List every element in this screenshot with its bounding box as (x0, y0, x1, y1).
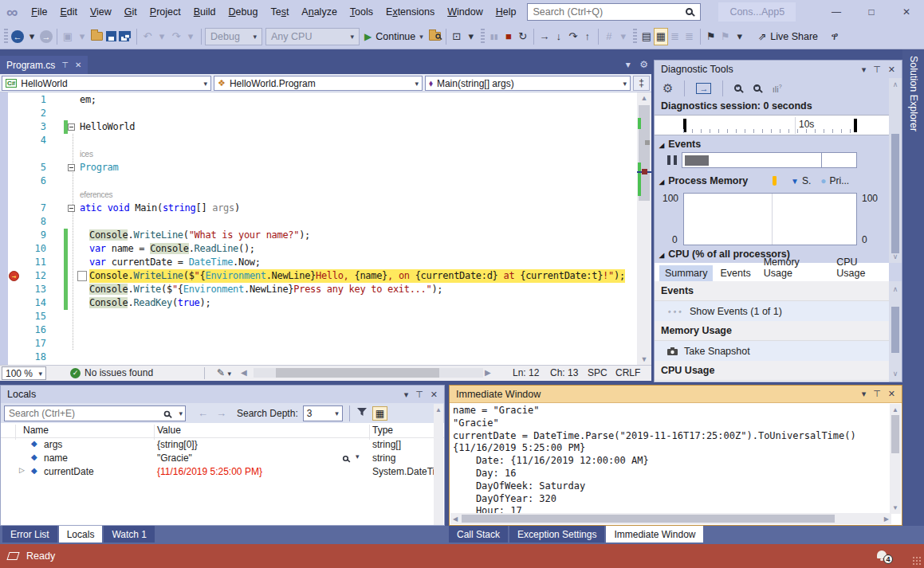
tab-call-stack[interactable]: Call Stack (449, 526, 508, 543)
pin-icon[interactable]: ⊤ (873, 389, 881, 399)
code-editor[interactable]: 1em;23HelloWorld4ices5Program6eferences7… (0, 92, 651, 365)
breakpoints-dropdown[interactable]: ▾ (464, 28, 478, 45)
code-line-5[interactable]: 5Program (0, 161, 637, 174)
tab-program-cs[interactable]: Program.cs ⊤ ✕ (0, 56, 88, 74)
locals-row-currentDate[interactable]: ▷◆currentDate{11/16/2019 5:25:00 PM}Syst… (1, 465, 444, 479)
column-type[interactable]: Type (372, 425, 393, 436)
menu-analyze[interactable]: Analyze (295, 5, 343, 19)
format-values-toggle[interactable]: ▦ (372, 406, 387, 421)
menu-window[interactable]: Window (441, 5, 489, 19)
codelens-label[interactable]: eferences (80, 190, 112, 199)
tab-locals[interactable]: Locals (59, 526, 103, 543)
new-project-dropdown[interactable]: ▾ (75, 28, 89, 45)
line-indicator[interactable]: Ln: 12 (513, 367, 539, 378)
diag-tab-summary[interactable]: Summary (659, 265, 713, 281)
maximize-button[interactable]: □ (854, 1, 889, 23)
code-text[interactable]: em; (80, 93, 96, 107)
code-line-18[interactable]: 18 (0, 351, 637, 364)
live-share-button[interactable]: ⇗Live Share (758, 30, 818, 42)
locals-search-input[interactable] (5, 406, 148, 421)
events-section-header[interactable]: ◢Events (659, 139, 701, 150)
code-line-11[interactable]: 11var currentDate = DateTime.Now; (0, 256, 637, 269)
pause-events-icon[interactable] (667, 155, 677, 165)
code-text[interactable]: Console.WriteLine("What is your name?"); (89, 229, 310, 242)
code-text[interactable]: Console.ReadKey(true); (89, 296, 210, 310)
menu-edit[interactable]: Edit (53, 5, 84, 19)
feedback-button[interactable]: ዋ (828, 28, 842, 45)
tab-exception-settings[interactable]: Exception Settings (509, 526, 604, 543)
code-cleanup-icon[interactable]: ✎ ▾ (217, 367, 231, 378)
zoom-in-icon[interactable]: + (734, 83, 745, 94)
locals-row-args[interactable]: ◆args{string[0]}string[] (1, 438, 444, 452)
scroll-down-icon[interactable]: ▼ (637, 355, 651, 363)
codelens-label[interactable]: ices (80, 150, 93, 159)
code-text[interactable]: Program (80, 161, 118, 174)
diag-tab-events[interactable]: Events (714, 265, 756, 281)
toolbar-grip[interactable] (4, 29, 8, 45)
show-diagnostic-tools-button[interactable]: ▦ (654, 28, 668, 45)
scroll-up-icon[interactable]: ▲ (637, 94, 651, 102)
code-line-7[interactable]: 7atic void Main(string[] args) (0, 202, 637, 215)
events-timeline-track[interactable] (682, 152, 857, 168)
fold-collapse-icon[interactable] (68, 123, 75, 131)
menu-git[interactable]: Git (118, 5, 144, 19)
scroll-up-icon[interactable]: ▲ (434, 404, 443, 413)
timeline-ruler[interactable]: 10s (655, 115, 889, 135)
open-file-button[interactable] (89, 28, 104, 45)
code-text[interactable]: HelloWorld (80, 120, 135, 134)
editor-vertical-scrollbar[interactable]: ▲ ▼ (637, 92, 651, 365)
code-text[interactable]: var currentDate = DateTime.Now; (89, 256, 261, 269)
scrollbar-thumb[interactable] (276, 368, 439, 378)
scrollbar-thumb[interactable] (462, 515, 835, 523)
resize-grip[interactable] (912, 556, 922, 566)
hex-display-button[interactable]: # (602, 28, 616, 45)
code-text[interactable]: Console.WriteLine($"{Environment.NewLine… (89, 269, 625, 283)
show-threads-in-source-button[interactable]: ▤ (639, 28, 654, 45)
navigate-forward-button[interactable]: → (39, 28, 53, 45)
hex-dropdown[interactable]: ▾ (616, 28, 631, 45)
toolbar-grip-2[interactable] (633, 29, 637, 45)
issues-status[interactable]: No issues found (85, 367, 153, 378)
variable-name[interactable]: name (44, 452, 68, 464)
locals-row-name[interactable]: ◆name"Gracie"▾string (1, 452, 444, 465)
variable-value[interactable]: {string[0]} (157, 439, 198, 450)
show-next-statement-button[interactable]: → (537, 28, 552, 45)
process-memory-chart[interactable] (683, 193, 857, 245)
redo-dropdown[interactable]: ▾ (183, 28, 198, 45)
immediate-window-title-bar[interactable]: Immediate Window ▾ ⊤ ✕ (450, 386, 902, 403)
immediate-horizontal-scrollbar[interactable]: ◀ ▶ (450, 513, 891, 524)
toggle-bookmark-button[interactable]: ⚑ (704, 28, 718, 45)
scroll-up-icon[interactable]: ▲ (890, 404, 901, 413)
scroll-right-icon[interactable]: ▶ (884, 515, 889, 523)
solution-platform-combo[interactable]: Any CPU▾ (265, 28, 360, 45)
codelens-row[interactable]: eferences (0, 188, 637, 202)
diagnostic-tools-title-bar[interactable]: Diagnostic Tools ▾ ⊤ ✕ (655, 61, 902, 78)
navigate-back-button[interactable]: ← (10, 28, 25, 45)
settings-gear-icon[interactable]: ⚙ (663, 81, 673, 96)
locals-scrollbar[interactable]: ▲ (434, 404, 443, 525)
menu-file[interactable]: File (25, 5, 53, 19)
tab-list-dropdown-icon[interactable]: ▾ (626, 59, 631, 70)
zoom-level-combo[interactable]: 100 %▾ (2, 366, 46, 380)
tab-settings-gear-icon[interactable]: ⚙ (639, 59, 648, 70)
step-into-button[interactable]: ↓ (552, 28, 566, 45)
window-position-dropdown-icon[interactable]: ▾ (862, 65, 867, 75)
close-tab-icon[interactable]: ✕ (75, 61, 81, 69)
scroll-left-icon[interactable]: ◀ (453, 515, 458, 523)
fold-collapse-icon[interactable] (68, 164, 75, 171)
pause-button[interactable]: ▮▮ (487, 28, 501, 45)
code-line-17[interactable]: 17 (0, 337, 637, 351)
collapse-triangle-icon[interactable]: ◢ (659, 142, 664, 149)
column-value[interactable]: Value (157, 425, 181, 436)
project-dropdown[interactable]: C# HelloWorld▾ (2, 76, 211, 91)
menu-build[interactable]: Build (187, 5, 222, 19)
code-text[interactable]: Console.Write($"{Environment.NewLine}Pre… (89, 283, 442, 296)
code-line-15[interactable]: 15 (0, 310, 637, 323)
scroll-up-chevron-icon[interactable]: ∧ (889, 78, 902, 88)
export-icon[interactable]: → (696, 83, 711, 94)
pin-icon[interactable]: ⊤ (61, 61, 69, 69)
menu-debug[interactable]: Debug (222, 5, 265, 19)
tab-immediate-window[interactable]: Immediate Window (606, 526, 703, 543)
column-name[interactable]: Name (23, 425, 49, 436)
close-icon[interactable]: ✕ (431, 390, 438, 400)
